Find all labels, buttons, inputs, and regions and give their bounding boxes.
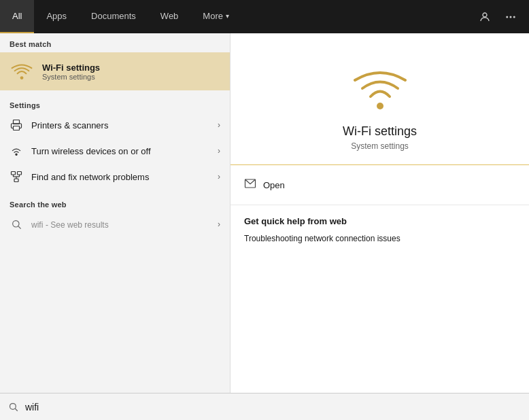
left-panel: Best match Wi-Fi settings System setting…	[0, 33, 230, 393]
network-icon	[10, 170, 23, 183]
web-item-chevron: ›	[218, 220, 220, 229]
person-icon	[479, 11, 491, 23]
svg-line-16	[18, 226, 21, 229]
printers-label: Printers & scanners	[31, 120, 108, 130]
settings-item-network[interactable]: Find and fix network problems ›	[0, 164, 230, 190]
search-bar-icon	[8, 402, 18, 412]
wireless-chevron: ›	[218, 146, 220, 156]
tab-apps[interactable]: Apps	[34, 0, 79, 33]
tab-more[interactable]: More ▾	[190, 0, 241, 33]
tab-more-label: More	[203, 11, 223, 21]
svg-rect-8	[12, 172, 16, 175]
person-icon-button[interactable]	[473, 5, 496, 29]
printers-chevron: ›	[218, 120, 220, 130]
nav-tabs: All Apps Documents Web More ▾	[0, 0, 241, 33]
svg-rect-9	[18, 172, 22, 175]
right-subtitle: System settings	[351, 141, 409, 151]
web-item-left: wifi - See web results	[10, 217, 109, 231]
settings-item-printers[interactable]: Printers & scanners ›	[0, 112, 230, 138]
wireless-icon	[10, 144, 23, 158]
open-button[interactable]: Open	[244, 175, 285, 195]
best-match-text: Wi-Fi settings System settings	[42, 63, 100, 81]
main-content: Best match Wi-Fi settings System setting…	[0, 33, 529, 393]
wifi-settings-icon	[10, 59, 34, 84]
printers-left: Printers & scanners	[10, 118, 108, 132]
open-icon	[244, 177, 256, 192]
tab-apps-label: Apps	[46, 11, 67, 21]
wireless-left: Turn wireless devices on or off	[10, 144, 151, 158]
svg-point-3	[513, 16, 515, 18]
svg-point-15	[13, 221, 19, 227]
tab-web-label: Web	[160, 11, 179, 21]
network-chevron: ›	[218, 172, 220, 181]
right-top: Wi-Fi settings System settings	[231, 33, 529, 165]
network-label: Find and fix network problems	[31, 172, 149, 182]
tab-web[interactable]: Web	[148, 0, 191, 33]
printer-icon	[10, 118, 23, 132]
svg-point-1	[506, 16, 508, 18]
best-match-subtitle: System settings	[42, 73, 100, 81]
web-search-item[interactable]: wifi - See web results ›	[0, 211, 230, 237]
svg-rect-10	[14, 179, 18, 182]
open-label: Open	[263, 180, 285, 190]
svg-point-2	[510, 16, 512, 18]
search-bar	[0, 393, 529, 420]
ellipsis-icon-button[interactable]	[499, 5, 522, 29]
tab-more-chevron: ▾	[226, 12, 229, 20]
best-match-title: Wi-Fi settings	[42, 63, 100, 73]
svg-line-20	[15, 408, 17, 410]
nav-actions	[473, 0, 529, 33]
best-match-item[interactable]: Wi-Fi settings System settings	[0, 52, 230, 90]
wireless-label: Turn wireless devices on or off	[31, 146, 151, 156]
svg-point-19	[10, 404, 16, 410]
top-nav: All Apps Documents Web More ▾	[0, 0, 529, 33]
search-input[interactable]	[25, 402, 521, 413]
web-section: Search the web wifi - See web results ›	[0, 194, 230, 237]
tab-documents-label: Documents	[91, 11, 136, 21]
tab-all[interactable]: All	[0, 0, 34, 33]
quick-help-title: Get quick help from web	[244, 216, 515, 226]
svg-rect-6	[14, 126, 20, 130]
svg-point-7	[16, 154, 17, 155]
settings-label: Settings	[0, 94, 230, 112]
network-left: Find and fix network problems	[10, 170, 149, 183]
best-match-label: Best match	[0, 33, 230, 51]
svg-point-4	[20, 76, 24, 80]
quick-help-section: Get quick help from web Troubleshooting …	[231, 205, 529, 255]
svg-point-17	[377, 103, 383, 109]
settings-item-wireless[interactable]: Turn wireless devices on or off ›	[0, 138, 230, 164]
settings-section: Settings Printers & scanners ›	[0, 94, 230, 190]
search-web-icon	[10, 217, 23, 231]
wifi-large-icon	[353, 60, 407, 115]
right-panel: Wi-Fi settings System settings Open Get …	[230, 33, 529, 393]
open-section: Open	[231, 165, 529, 205]
ellipsis-icon	[505, 11, 517, 23]
web-item-text: wifi - See web results	[31, 220, 109, 230]
svg-point-0	[483, 13, 487, 17]
right-title: Wi-Fi settings	[343, 124, 417, 139]
tab-all-label: All	[12, 11, 22, 21]
web-section-label: Search the web	[0, 194, 230, 211]
tab-documents[interactable]: Documents	[79, 0, 148, 33]
quick-help-link[interactable]: Troubleshooting network connection issue…	[244, 234, 400, 243]
